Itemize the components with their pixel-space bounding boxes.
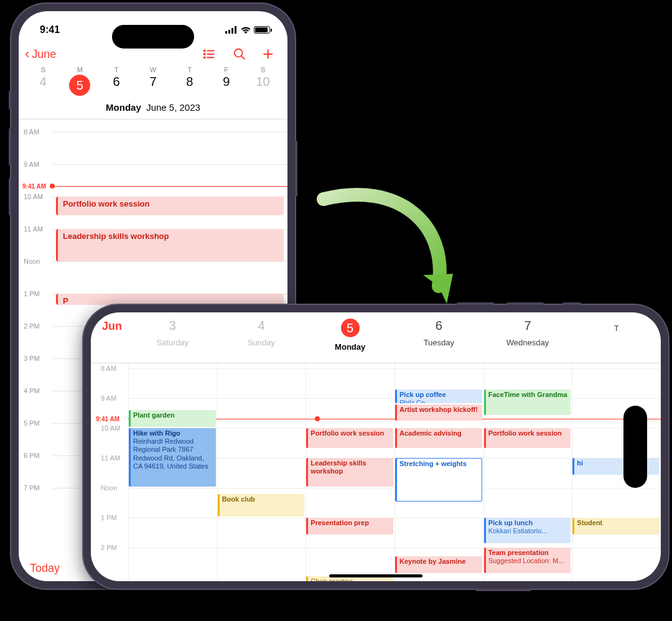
signal-icon <box>225 26 238 34</box>
day-cell[interactable]: 4 <box>25 75 62 96</box>
day-number-row: 45678910 <box>19 73 287 102</box>
svg-line-11 <box>241 56 245 60</box>
svg-rect-2 <box>231 28 233 34</box>
calendar-event[interactable]: Portfolio work session <box>484 428 571 448</box>
calendar-event[interactable]: Academic advising <box>395 428 482 448</box>
calendar-event[interactable]: Presentation prep <box>306 518 393 535</box>
week-day-head[interactable]: T <box>572 312 661 363</box>
calendar-event[interactable]: P <box>56 294 284 305</box>
list-view-icon[interactable] <box>203 47 217 61</box>
day-cell[interactable]: 8 <box>171 75 208 96</box>
rotation-arrow-icon <box>305 187 467 324</box>
week-day-head[interactable]: 7Wednesday <box>483 312 572 363</box>
back-label: June <box>32 48 56 61</box>
calendar-event[interactable]: Team presentationSuggested Location: M..… <box>484 548 571 573</box>
svg-rect-3 <box>235 26 236 34</box>
svg-point-10 <box>235 49 243 57</box>
calendar-event[interactable]: Artist workshop kickoff! <box>395 404 482 421</box>
month-label[interactable]: Jun <box>91 312 128 363</box>
calendar-event[interactable]: Leadership skills workshop <box>306 458 393 487</box>
day-cell[interactable]: 9 <box>208 75 245 96</box>
calendar-event[interactable]: FaceTime with Grandma <box>484 390 571 415</box>
calendar-event[interactable]: Portfolio work session <box>56 197 284 215</box>
home-indicator[interactable] <box>329 574 422 577</box>
iphone-landscape: Jun 3Saturday4Sunday5Monday6Tuesday7Wedn… <box>83 305 668 589</box>
selected-date-label: Monday June 5, 2023 <box>19 102 287 119</box>
day-cell[interactable]: 7 <box>135 75 172 96</box>
calendar-event[interactable]: Pick up lunchKokkari Estiatorio... <box>484 518 571 543</box>
chevron-left-icon: ‹ <box>25 47 29 61</box>
calendar-event[interactable]: Keynote by Jasmine <box>395 556 482 573</box>
week-day-head[interactable]: 3Saturday <box>128 312 217 363</box>
calendar-event[interactable]: Hike with RigoReinhardt Redwood Regional… <box>129 428 216 487</box>
week-grid[interactable]: 8 AM9 AM10 AM11 AMNoon1 PM2 PM9:41 AMPla… <box>91 363 661 581</box>
back-button[interactable]: ‹ June <box>25 47 56 61</box>
search-icon[interactable] <box>233 47 246 61</box>
weekday-header: SMTWTFS <box>19 66 287 73</box>
calendar-event[interactable]: Stretching + weights <box>395 458 482 502</box>
svg-point-8 <box>204 54 205 55</box>
today-button[interactable]: Today <box>30 562 60 575</box>
calendar-event[interactable]: Pick up coffeePhilz Co... <box>395 390 482 403</box>
calendar-event[interactable]: Book club <box>218 494 305 516</box>
calendar-event[interactable]: Leadership skills workshop <box>56 229 284 261</box>
week-day-head[interactable]: 4Sunday <box>217 312 306 363</box>
day-cell[interactable]: 6 <box>98 75 135 96</box>
svg-point-7 <box>204 50 205 51</box>
calendar-event[interactable]: Plant garden <box>129 410 216 427</box>
add-event-icon[interactable]: + <box>263 47 276 61</box>
battery-icon <box>254 26 270 34</box>
calendar-event[interactable]: Portfolio work session <box>306 428 393 448</box>
svg-rect-0 <box>225 31 227 34</box>
wifi-icon <box>240 26 251 34</box>
calendar-event[interactable]: Student <box>572 518 660 535</box>
svg-point-9 <box>204 57 205 58</box>
svg-rect-1 <box>228 30 230 34</box>
day-cell[interactable]: 5 <box>62 75 98 96</box>
status-time: 9:41 <box>40 24 60 35</box>
day-cell[interactable]: 10 <box>245 75 281 96</box>
